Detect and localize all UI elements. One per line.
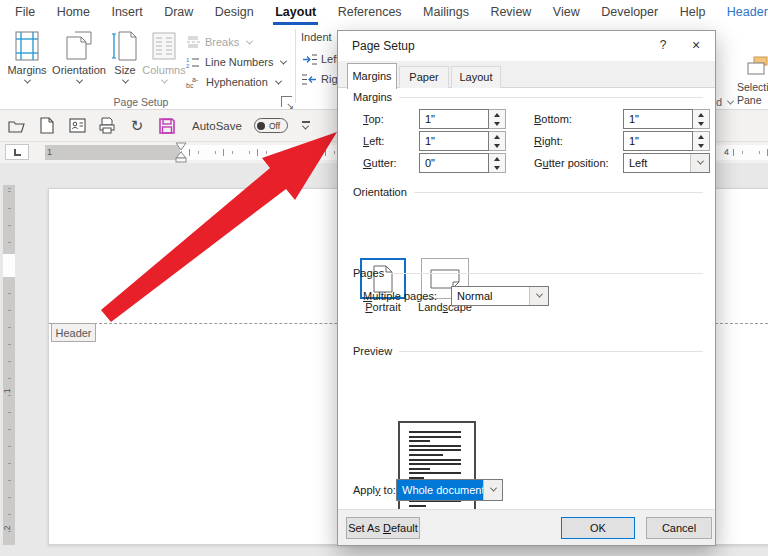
- cancel-button[interactable]: Cancel: [646, 517, 712, 539]
- save-icon[interactable]: [158, 117, 176, 135]
- margins-section-header: Margins: [353, 91, 703, 103]
- spinner-up-button[interactable]: [489, 132, 505, 141]
- chevron-down-icon: [275, 77, 282, 84]
- menu-tab-references[interactable]: References: [338, 1, 402, 25]
- line-numbers-icon: 1 2: [186, 56, 200, 69]
- chevron-down-icon: [75, 77, 82, 84]
- print-preview-icon[interactable]: [98, 117, 116, 135]
- dropdown-chevron-button[interactable]: [690, 154, 709, 172]
- menu-tab-help[interactable]: Help: [680, 1, 706, 25]
- indent-left-control[interactable]: Left: [302, 51, 339, 67]
- dropdown-chevron-button[interactable]: [529, 287, 548, 305]
- tab-stop-selector[interactable]: [5, 144, 29, 160]
- menu-tab-view[interactable]: View: [553, 1, 580, 25]
- indent-markers[interactable]: [174, 142, 188, 163]
- menu-tab-home[interactable]: Home: [57, 1, 90, 25]
- chevron-down-icon: [727, 97, 734, 104]
- svg-text:bc: bc: [186, 82, 194, 89]
- new-document-icon[interactable]: [38, 117, 56, 135]
- spinner-up-button[interactable]: [489, 110, 505, 119]
- left-margin-field[interactable]: 1": [419, 131, 489, 151]
- autosave-label: AutoSave: [192, 120, 242, 132]
- close-icon[interactable]: ×: [687, 36, 705, 54]
- hidden-button-fragment: d: [716, 96, 733, 108]
- menu-bar: File Home Insert Draw Design Layout Refe…: [0, 0, 768, 25]
- gutter-label: Gutter:: [363, 153, 397, 173]
- ruler-margin-zone: [45, 145, 180, 160]
- menu-tab-draw[interactable]: Draw: [164, 1, 193, 25]
- indent-left-icon: [302, 54, 317, 65]
- chevron-down-icon: [160, 77, 167, 84]
- breaks-icon: [186, 36, 200, 48]
- top-margin-spinner: [489, 109, 506, 129]
- multiple-pages-dropdown[interactable]: Normal: [451, 286, 549, 306]
- menu-tab-developer[interactable]: Developer: [601, 1, 658, 25]
- help-button[interactable]: ?: [655, 38, 671, 54]
- autosave-toggle[interactable]: Off: [254, 118, 288, 133]
- hyphenation-icon: a- bc: [186, 76, 201, 89]
- tab-paper[interactable]: Paper: [399, 66, 449, 88]
- spinner-up-button[interactable]: [693, 132, 709, 141]
- bottom-margin-label: Bottom:: [534, 109, 572, 129]
- dropdown-chevron-button[interactable]: [483, 480, 502, 500]
- dialog-body: Margins Top: 1" Bottom: 1" Left: 1" Righ…: [338, 88, 715, 511]
- menu-tab-file[interactable]: File: [15, 1, 35, 25]
- line-numbers-button[interactable]: 1 2 Line Numbers: [186, 53, 286, 71]
- gutter-field[interactable]: 0": [419, 153, 489, 173]
- page-setup-dialog: Page Setup ? × Margins Paper Layout Marg…: [337, 30, 716, 546]
- word-window: File Home Insert Draw Design Layout Refe…: [0, 0, 768, 556]
- apply-to-dropdown[interactable]: Whole document: [396, 479, 503, 501]
- menu-tab-mailings[interactable]: Mailings: [423, 1, 469, 25]
- vertical-ruler[interactable]: 1 2: [3, 185, 15, 545]
- address-card-icon[interactable]: [68, 117, 86, 135]
- customize-toolbar-icon[interactable]: [300, 121, 312, 129]
- spinner-down-button[interactable]: [489, 141, 505, 150]
- dialog-titlebar[interactable]: Page Setup ? ×: [338, 31, 715, 61]
- preview-section-header: Preview: [353, 345, 703, 357]
- open-folder-icon[interactable]: [8, 117, 26, 135]
- right-margin-label: Right:: [534, 131, 563, 151]
- spinner-up-button[interactable]: [489, 154, 505, 163]
- chevron-down-icon: [121, 77, 128, 84]
- gutter-position-dropdown[interactable]: Left: [623, 153, 710, 173]
- set-as-default-button[interactable]: Set As Default: [346, 517, 420, 539]
- chevron-down-icon: [280, 57, 287, 64]
- spinner-down-button[interactable]: [693, 141, 709, 150]
- top-margin-field[interactable]: 1": [419, 109, 489, 129]
- spinner-down-button[interactable]: [489, 119, 505, 128]
- spinner-down-button[interactable]: [489, 163, 505, 172]
- header-badge: Header: [51, 323, 96, 342]
- chevron-down-icon: [535, 290, 542, 297]
- top-margin-label: Top:: [363, 109, 384, 129]
- tab-margins[interactable]: Margins: [347, 63, 397, 89]
- indent-group-title: Indent: [301, 31, 332, 43]
- dialog-button-bar: Set As Default OK Cancel: [338, 509, 715, 545]
- menu-tab-header-contextual[interactable]: Header: [727, 1, 768, 25]
- selection-pane-button[interactable]: Selection Pane: [737, 81, 768, 107]
- ok-button[interactable]: OK: [561, 517, 635, 539]
- redo-icon[interactable]: ↻: [128, 117, 146, 135]
- menu-tab-review[interactable]: Review: [490, 1, 531, 25]
- breaks-button: Breaks: [186, 33, 252, 51]
- menu-tab-layout[interactable]: Layout: [275, 1, 316, 25]
- tab-layout[interactable]: Layout: [451, 66, 501, 88]
- menu-tab-design[interactable]: Design: [215, 1, 254, 25]
- multiple-pages-label: Multiple pages:: [363, 286, 437, 306]
- svg-text:1: 1: [186, 56, 190, 62]
- spinner-up-button[interactable]: [693, 110, 709, 119]
- right-margin-field[interactable]: 1": [623, 131, 693, 151]
- bottom-margin-field[interactable]: 1": [623, 109, 693, 129]
- page-setup-dialog-launcher[interactable]: [281, 96, 292, 107]
- dialog-title: Page Setup: [352, 39, 415, 53]
- spinner-down-button[interactable]: [693, 119, 709, 128]
- gutter-position-label: Gutter position:: [534, 153, 609, 173]
- chevron-down-icon: [489, 484, 496, 491]
- pages-section-header: Pages: [353, 267, 703, 279]
- svg-text:2: 2: [186, 63, 190, 69]
- hyphenation-button[interactable]: a- bc Hyphenation: [186, 73, 281, 91]
- bottom-margin-spinner: [693, 109, 710, 129]
- menu-tab-insert[interactable]: Insert: [111, 1, 142, 25]
- margins-icon: [13, 31, 41, 61]
- orientation-icon: [63, 31, 95, 61]
- left-margin-spinner: [489, 131, 506, 151]
